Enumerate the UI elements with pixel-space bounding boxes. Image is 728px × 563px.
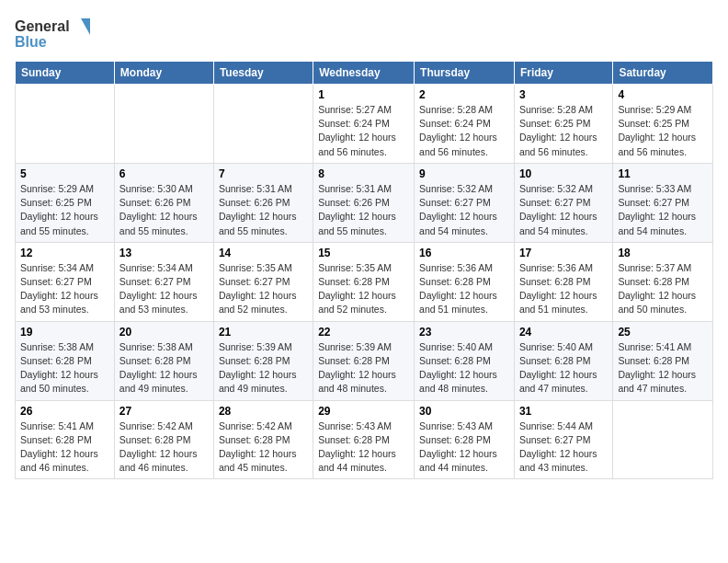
weekday-header-cell: Wednesday — [313, 62, 415, 85]
day-number: 16 — [419, 247, 509, 259]
day-info: Sunrise: 5:40 AM Sunset: 6:28 PM Dayligh… — [519, 340, 608, 396]
day-info: Sunrise: 5:31 AM Sunset: 6:26 PM Dayligh… — [318, 182, 409, 238]
day-info: Sunrise: 5:36 AM Sunset: 6:28 PM Dayligh… — [519, 261, 608, 317]
calendar-cell: 11Sunrise: 5:33 AM Sunset: 6:27 PM Dayli… — [613, 163, 713, 242]
day-info: Sunrise: 5:43 AM Sunset: 6:28 PM Dayligh… — [318, 419, 409, 476]
day-number: 18 — [618, 247, 708, 259]
calendar-cell: 18Sunrise: 5:37 AM Sunset: 6:28 PM Dayli… — [613, 242, 713, 321]
day-info: Sunrise: 5:28 AM Sunset: 6:25 PM Dayligh… — [519, 103, 608, 159]
day-number: 7 — [219, 167, 308, 180]
day-info: Sunrise: 5:29 AM Sunset: 6:25 PM Dayligh… — [618, 103, 708, 159]
day-number: 10 — [519, 167, 608, 180]
calendar-cell: 2Sunrise: 5:28 AM Sunset: 6:24 PM Daylig… — [415, 85, 515, 164]
day-info: Sunrise: 5:34 AM Sunset: 6:27 PM Dayligh… — [20, 261, 109, 317]
day-number: 11 — [618, 167, 708, 180]
day-number: 15 — [318, 247, 409, 259]
day-info: Sunrise: 5:38 AM Sunset: 6:28 PM Dayligh… — [119, 340, 209, 396]
day-number: 6 — [119, 167, 209, 180]
day-number: 25 — [618, 326, 708, 339]
day-number: 31 — [519, 405, 608, 418]
day-info: Sunrise: 5:34 AM Sunset: 6:27 PM Dayligh… — [119, 261, 209, 317]
logo-svg: GeneralBlue — [15, 15, 97, 52]
calendar-cell: 24Sunrise: 5:40 AM Sunset: 6:28 PM Dayli… — [514, 321, 612, 400]
day-info: Sunrise: 5:41 AM Sunset: 6:28 PM Dayligh… — [618, 340, 708, 396]
day-info: Sunrise: 5:40 AM Sunset: 6:28 PM Dayligh… — [419, 340, 509, 396]
svg-marker-2 — [81, 18, 90, 35]
day-number: 12 — [20, 247, 109, 259]
calendar-cell: 9Sunrise: 5:32 AM Sunset: 6:27 PM Daylig… — [415, 163, 515, 242]
day-number: 8 — [318, 167, 409, 180]
calendar-cell: 27Sunrise: 5:42 AM Sunset: 6:28 PM Dayli… — [114, 400, 213, 479]
day-number: 17 — [519, 247, 608, 259]
calendar-cell: 10Sunrise: 5:32 AM Sunset: 6:27 PM Dayli… — [514, 163, 612, 242]
calendar-cell — [16, 85, 115, 164]
calendar-cell: 19Sunrise: 5:38 AM Sunset: 6:28 PM Dayli… — [16, 321, 115, 400]
calendar-cell: 17Sunrise: 5:36 AM Sunset: 6:28 PM Dayli… — [514, 242, 612, 321]
calendar-cell: 1Sunrise: 5:27 AM Sunset: 6:24 PM Daylig… — [313, 85, 415, 164]
calendar-cell: 21Sunrise: 5:39 AM Sunset: 6:28 PM Dayli… — [213, 321, 313, 400]
calendar-cell — [213, 85, 313, 164]
day-info: Sunrise: 5:35 AM Sunset: 6:28 PM Dayligh… — [318, 261, 409, 317]
day-number: 1 — [318, 88, 409, 101]
weekday-header-cell: Monday — [114, 62, 213, 85]
day-info: Sunrise: 5:44 AM Sunset: 6:27 PM Dayligh… — [519, 419, 608, 476]
calendar-cell: 14Sunrise: 5:35 AM Sunset: 6:27 PM Dayli… — [213, 242, 313, 321]
day-number: 5 — [20, 167, 109, 180]
day-info: Sunrise: 5:41 AM Sunset: 6:28 PM Dayligh… — [20, 419, 109, 476]
day-info: Sunrise: 5:37 AM Sunset: 6:28 PM Dayligh… — [618, 261, 708, 317]
calendar-cell: 6Sunrise: 5:30 AM Sunset: 6:26 PM Daylig… — [114, 163, 213, 242]
day-info: Sunrise: 5:38 AM Sunset: 6:28 PM Dayligh… — [20, 340, 109, 396]
calendar-cell: 4Sunrise: 5:29 AM Sunset: 6:25 PM Daylig… — [613, 85, 713, 164]
day-number: 20 — [119, 326, 209, 339]
day-number: 22 — [318, 326, 409, 339]
day-number: 19 — [20, 326, 109, 339]
svg-text:General: General — [15, 18, 70, 34]
page-header: GeneralBlue — [15, 15, 713, 52]
calendar-week-row: 12Sunrise: 5:34 AM Sunset: 6:27 PM Dayli… — [16, 242, 713, 321]
day-number: 29 — [318, 405, 409, 418]
day-number: 28 — [219, 405, 308, 418]
calendar-cell: 8Sunrise: 5:31 AM Sunset: 6:26 PM Daylig… — [313, 163, 415, 242]
day-info: Sunrise: 5:43 AM Sunset: 6:28 PM Dayligh… — [419, 419, 509, 476]
calendar-cell: 7Sunrise: 5:31 AM Sunset: 6:26 PM Daylig… — [213, 163, 313, 242]
svg-text:Blue: Blue — [15, 34, 47, 50]
day-number: 13 — [119, 247, 209, 259]
day-info: Sunrise: 5:42 AM Sunset: 6:28 PM Dayligh… — [119, 419, 209, 476]
calendar-cell: 5Sunrise: 5:29 AM Sunset: 6:25 PM Daylig… — [16, 163, 115, 242]
day-number: 26 — [20, 405, 109, 418]
day-number: 2 — [419, 88, 509, 101]
day-number: 27 — [119, 405, 209, 418]
calendar-cell: 23Sunrise: 5:40 AM Sunset: 6:28 PM Dayli… — [415, 321, 515, 400]
day-number: 21 — [219, 326, 308, 339]
calendar-cell: 12Sunrise: 5:34 AM Sunset: 6:27 PM Dayli… — [16, 242, 115, 321]
logo: GeneralBlue — [15, 15, 97, 52]
day-info: Sunrise: 5:42 AM Sunset: 6:28 PM Dayligh… — [219, 419, 308, 476]
weekday-header-cell: Tuesday — [213, 62, 313, 85]
calendar-cell: 26Sunrise: 5:41 AM Sunset: 6:28 PM Dayli… — [16, 400, 115, 479]
weekday-header-cell: Sunday — [16, 62, 115, 85]
day-info: Sunrise: 5:27 AM Sunset: 6:24 PM Dayligh… — [318, 103, 409, 159]
calendar-cell: 25Sunrise: 5:41 AM Sunset: 6:28 PM Dayli… — [613, 321, 713, 400]
day-info: Sunrise: 5:32 AM Sunset: 6:27 PM Dayligh… — [519, 182, 608, 238]
calendar-cell: 28Sunrise: 5:42 AM Sunset: 6:28 PM Dayli… — [213, 400, 313, 479]
day-info: Sunrise: 5:28 AM Sunset: 6:24 PM Dayligh… — [419, 103, 509, 159]
day-info: Sunrise: 5:32 AM Sunset: 6:27 PM Dayligh… — [419, 182, 509, 238]
day-number: 9 — [419, 167, 509, 180]
day-info: Sunrise: 5:30 AM Sunset: 6:26 PM Dayligh… — [119, 182, 209, 238]
day-info: Sunrise: 5:35 AM Sunset: 6:27 PM Dayligh… — [219, 261, 308, 317]
day-number: 4 — [618, 88, 708, 101]
calendar-cell — [114, 85, 213, 164]
calendar-week-row: 26Sunrise: 5:41 AM Sunset: 6:28 PM Dayli… — [16, 400, 713, 479]
day-info: Sunrise: 5:33 AM Sunset: 6:27 PM Dayligh… — [618, 182, 708, 238]
calendar-cell: 16Sunrise: 5:36 AM Sunset: 6:28 PM Dayli… — [415, 242, 515, 321]
calendar-cell: 30Sunrise: 5:43 AM Sunset: 6:28 PM Dayli… — [415, 400, 515, 479]
calendar-week-row: 5Sunrise: 5:29 AM Sunset: 6:25 PM Daylig… — [16, 163, 713, 242]
day-number: 30 — [419, 405, 509, 418]
day-number: 24 — [519, 326, 608, 339]
weekday-header-cell: Friday — [514, 62, 612, 85]
calendar-cell — [613, 400, 713, 479]
day-info: Sunrise: 5:36 AM Sunset: 6:28 PM Dayligh… — [419, 261, 509, 317]
calendar-table: SundayMondayTuesdayWednesdayThursdayFrid… — [15, 61, 713, 479]
weekday-header-cell: Thursday — [415, 62, 515, 85]
calendar-body: 1Sunrise: 5:27 AM Sunset: 6:24 PM Daylig… — [16, 85, 713, 479]
